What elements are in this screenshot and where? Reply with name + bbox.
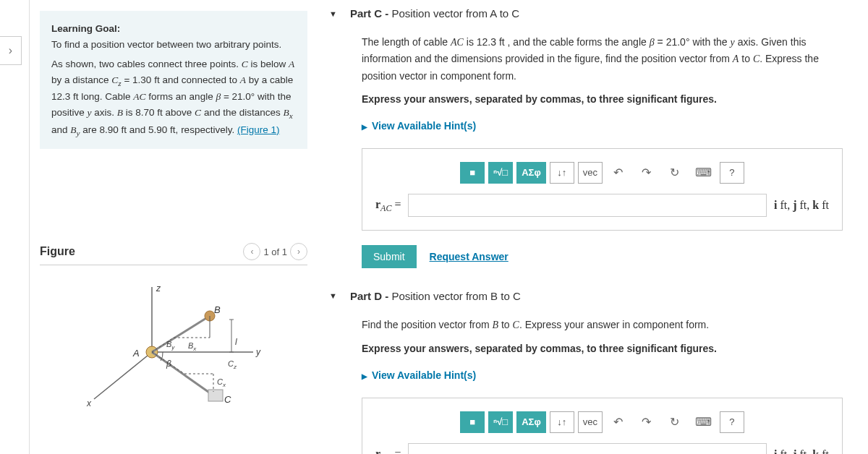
part-c-hints-toggle[interactable]: ▶View Available Hint(s) [362, 118, 843, 134]
equation-toolbar: ■ ⁿ√□ ΑΣφ ↓↑ vec ↶ ↷ ↻ ⌨ ? [375, 162, 829, 184]
part-c-title: Position vector from A to C [391, 7, 519, 20]
svg-text:A: A [132, 348, 140, 359]
template-button[interactable]: ■ [460, 411, 485, 433]
vertical-divider [29, 0, 30, 454]
svg-line-4 [94, 352, 152, 399]
part-c-label: Part C - [350, 7, 392, 20]
learning-goal-box: Learning Goal: To find a position vector… [40, 11, 307, 149]
redo-button[interactable]: ↷ [634, 162, 659, 184]
caret-right-icon: ▶ [362, 372, 367, 380]
problem-description: As shown, two cables connect three point… [51, 56, 296, 139]
vec-button[interactable]: vec [578, 411, 603, 433]
part-c-answer-input[interactable] [408, 194, 766, 217]
undo-button[interactable]: ↶ [606, 411, 631, 433]
svg-line-11 [152, 352, 213, 395]
part-c-body: The length of cable AC is 12.3 ft , and … [322, 27, 857, 283]
undo-button[interactable]: ↶ [606, 162, 631, 184]
svg-text:z: z [156, 283, 161, 294]
figure-nav: ‹ 1 of 1 › [243, 243, 307, 260]
figure-section: Figure ‹ 1 of 1 › z y x A B [40, 243, 307, 417]
figure-counter: 1 of 1 [263, 247, 287, 257]
svg-text:By: By [166, 340, 175, 351]
svg-text:Cz: Cz [228, 359, 237, 370]
part-d-hints-toggle[interactable]: ▶View Available Hint(s) [362, 367, 843, 383]
part-d-lhs: rBC = [375, 445, 401, 454]
figure-next-button[interactable]: › [290, 243, 307, 260]
help-button[interactable]: ? [720, 411, 744, 433]
part-c-request-answer-link[interactable]: Request Answer [430, 249, 509, 265]
svg-text:Bx: Bx [188, 341, 197, 352]
part-d-label: Part D - [350, 290, 392, 302]
part-c-units: i ft, j ft, k ft [774, 196, 829, 215]
svg-text:β: β [166, 359, 171, 369]
template-button[interactable]: ■ [460, 162, 485, 184]
help-button[interactable]: ? [720, 162, 744, 184]
part-c-answer-box: ■ ⁿ√□ ΑΣφ ↓↑ vec ↶ ↷ ↻ ⌨ ? rAC = i ft, j… [362, 148, 843, 231]
svg-text:Cx: Cx [217, 377, 226, 388]
left-column: Learning Goal: To find a position vector… [40, 0, 307, 417]
caret-right-icon: ▶ [362, 123, 367, 131]
learning-goal-label: Learning Goal: [51, 21, 296, 37]
arrows-button[interactable]: ↓↑ [550, 162, 574, 184]
svg-text:x: x [86, 398, 92, 408]
root-button[interactable]: ⁿ√□ [488, 162, 513, 184]
learning-goal-text: To find a position vector between two ar… [51, 37, 296, 53]
greek-button[interactable]: ΑΣφ [516, 411, 546, 433]
vec-button[interactable]: vec [578, 162, 603, 184]
part-d-title: Position vector from B to C [391, 290, 520, 302]
caret-down-icon: ▼ [329, 291, 337, 300]
reset-button[interactable]: ↻ [663, 411, 687, 433]
keyboard-button[interactable]: ⌨ [691, 162, 716, 184]
reset-button[interactable]: ↻ [663, 162, 687, 184]
arrows-button[interactable]: ↓↑ [550, 411, 574, 433]
equation-toolbar: ■ ⁿ√□ ΑΣφ ↓↑ vec ↶ ↷ ↻ ⌨ ? [375, 411, 829, 433]
part-c-submit-button[interactable]: Submit [362, 245, 417, 268]
keyboard-button[interactable]: ⌨ [691, 411, 716, 433]
part-d-units: i ft, j ft, k ft [774, 445, 829, 454]
figure-title: Figure [40, 245, 75, 258]
part-d-answer-box: ■ ⁿ√□ ΑΣφ ↓↑ vec ↶ ↷ ↻ ⌨ ? rBC = i ft, j… [362, 398, 843, 454]
figure-prev-button[interactable]: ‹ [243, 243, 260, 260]
root-button[interactable]: ⁿ√□ [488, 411, 513, 433]
part-c-lhs: rAC = [375, 195, 401, 215]
right-column: ▼ Part C - Position vector from A to C T… [322, 0, 857, 454]
part-d-prompt: Find the position vector from B to C. Ex… [362, 317, 843, 333]
redo-button[interactable]: ↷ [634, 411, 659, 433]
part-c-prompt: The length of cable AC is 12.3 ft , and … [362, 34, 843, 84]
part-c-header[interactable]: ▼ Part C - Position vector from A to C [322, 0, 857, 27]
svg-text:l: l [235, 337, 237, 347]
greek-button[interactable]: ΑΣφ [516, 162, 546, 184]
part-d-instruction: Express your answers, separated by comma… [362, 340, 843, 356]
part-d-answer-input[interactable] [408, 443, 766, 454]
part-d-body: Find the position vector from B to C. Ex… [322, 309, 857, 454]
svg-text:C: C [224, 394, 231, 405]
svg-rect-12 [208, 390, 223, 401]
figure-link[interactable]: (Figure 1) [237, 124, 280, 135]
part-c-instruction: Express your answers, separated by comma… [362, 91, 843, 107]
svg-text:y: y [255, 347, 261, 357]
part-d-header[interactable]: ▼ Part D - Position vector from B to C [322, 283, 857, 309]
caret-down-icon: ▼ [329, 9, 337, 18]
expand-left-panel[interactable]: › [0, 36, 22, 65]
svg-text:B: B [214, 304, 221, 315]
figure-image: z y x A B C Cx Cz β [40, 280, 307, 417]
